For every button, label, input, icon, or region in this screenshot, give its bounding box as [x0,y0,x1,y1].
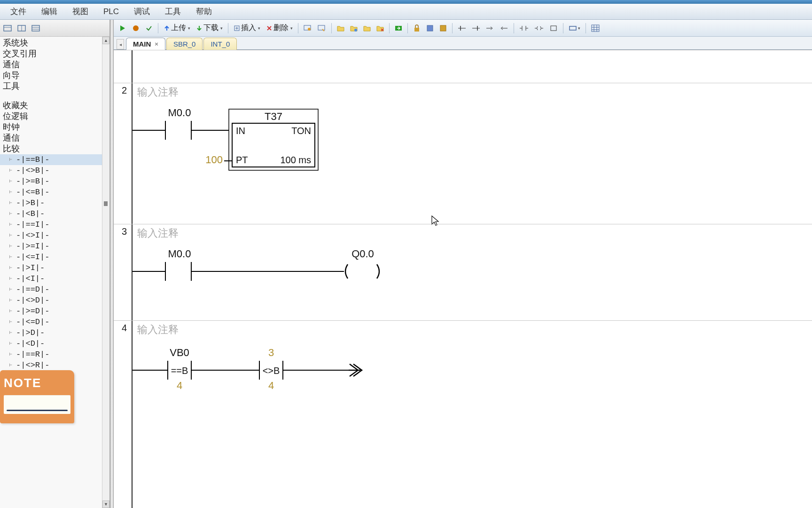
sidebar-tool-1[interactable] [3,24,13,33]
svg-rect-36 [551,26,556,31]
network-number: 3 [117,226,127,237]
coil-label: Q0.0 [351,248,374,260]
instr-node[interactable]: -|>I|- [0,262,109,273]
menubar: 文件 编辑 视图 PLC 调试 工具 帮助 [0,4,812,20]
ladder-tool-1[interactable] [455,22,468,34]
contact-label: M0.0 [168,107,191,119]
download-button[interactable]: 下载▾ [194,22,225,34]
instr-node[interactable]: -|==B|- [0,154,109,165]
vertical-splitter[interactable] [110,20,114,508]
menu-file[interactable]: 文件 [3,3,34,20]
tool-btn-a[interactable] [301,22,314,34]
instr-node[interactable]: -|<D|- [0,338,109,349]
menu-tools[interactable]: 工具 [157,3,188,20]
compile-button[interactable] [143,22,155,34]
sidebar: 系统块 交叉引用 通信 向导 工具 收藏夹 位逻辑 时钟 通信 比较 -|==B… [0,20,110,508]
menu-help[interactable]: 帮助 [188,3,219,20]
instr-node[interactable]: -|==R|- [0,349,109,360]
delete-button[interactable]: 删除▾ [264,22,295,34]
tab-main[interactable]: MAIN× [126,38,165,50]
tool-folder1[interactable] [335,22,347,34]
contact-tool[interactable] [517,22,531,34]
tree-scrollbar[interactable]: ▲ ▼ [102,37,109,508]
project-tree[interactable]: 系统块 交叉引用 通信 向导 工具 收藏夹 位逻辑 时钟 通信 比较 -|==B… [0,37,109,508]
instr-node[interactable]: -|<>B|- [0,165,109,176]
tool-grid[interactable] [589,22,602,34]
timer-res: 100 ms [280,155,311,165]
timer-in: IN [236,126,245,136]
tool-btn-b[interactable] [315,22,328,34]
instr-node[interactable]: -|==I|- [0,219,109,230]
tab-nav-left[interactable]: ◂ [117,39,124,49]
tree-node[interactable]: 时钟 [0,122,109,133]
tool-disk2[interactable] [437,22,449,34]
cmp1-var: VB0 [170,347,189,358]
ladder-tool-3[interactable] [484,22,497,34]
cmp2-op: <>B [263,365,280,376]
instr-node[interactable]: -|<=B|- [0,187,109,198]
cmp2-bottom: 4 [268,380,274,391]
tree-node[interactable]: 通信 [0,133,109,143]
network-comment[interactable]: 输入注释 [137,85,179,99]
tool-folder3[interactable] [361,22,373,34]
tool-disk[interactable] [424,22,436,34]
stop-button[interactable] [130,22,142,34]
tab-sbr0[interactable]: SBR_0 [166,38,203,50]
network-comment[interactable]: 输入注释 [137,226,179,240]
sidebar-toolbar [0,20,109,37]
instr-node[interactable]: -|<I|- [0,273,109,284]
tree-node[interactable]: 收藏夹 [0,100,109,111]
sidebar-tool-3[interactable] [31,24,41,33]
menu-debug[interactable]: 调试 [126,3,157,20]
menu-plc[interactable]: PLC [96,4,126,19]
svg-rect-37 [570,26,576,30]
instr-node[interactable]: -|>=D|- [0,306,109,317]
close-icon[interactable]: × [155,40,158,48]
instr-node[interactable]: -|<=I|- [0,252,109,262]
svg-marker-7 [120,25,125,31]
tree-node[interactable]: 位逻辑 [0,111,109,122]
instr-node[interactable]: -|>B|- [0,198,109,208]
box-tool[interactable] [547,22,560,34]
instr-node[interactable]: -|<>R|- [0,360,109,371]
run-button[interactable] [117,22,129,34]
coil-tool[interactable] [532,22,546,34]
sidebar-tool-2[interactable] [17,24,27,33]
ladder-tool-4[interactable] [498,22,511,34]
ladder-tool-2[interactable] [469,22,483,34]
tree-node[interactable]: 系统块 [0,38,109,48]
svg-rect-4 [32,25,39,31]
timer-pt-value: 100 [205,154,223,166]
timer-type: TON [291,126,311,136]
upload-button[interactable]: 上传▾ [161,22,193,34]
tool-folder2[interactable] [348,22,360,34]
menu-edit[interactable]: 编辑 [34,3,65,20]
instr-node[interactable]: -|<=D|- [0,317,109,327]
instr-node[interactable]: -|>D|- [0,327,109,338]
tree-node[interactable]: 通信 [0,59,109,70]
cmp2-top: 3 [268,347,274,358]
instr-node[interactable]: -|>=I|- [0,241,109,252]
network-comment[interactable]: 输入注释 [137,323,179,337]
instr-node[interactable]: -|<B|- [0,208,109,219]
svg-point-17 [354,29,357,32]
tab-int0[interactable]: INT_0 [203,38,237,50]
tool-folder-x[interactable] [374,22,386,34]
tool-go[interactable] [392,22,405,34]
instr-node[interactable]: -|<>I|- [0,230,109,241]
tool-rect[interactable]: ▾ [566,22,583,34]
tree-node[interactable]: 工具 [0,81,109,92]
editor-tabs: ◂ MAIN× SBR_0 INT_0 [114,37,812,50]
tool-lock[interactable] [411,22,423,34]
instr-node[interactable]: -|==D|- [0,284,109,295]
ladder-editor[interactable]: 2 输入注释 M0.0 T37 IN TON PT [114,50,812,508]
instr-node[interactable]: -|<>D|- [0,295,109,306]
insert-button[interactable]: 插入▾ [231,22,263,34]
svg-rect-22 [427,25,433,31]
svg-rect-38 [592,25,599,32]
menu-view[interactable]: 视图 [65,3,96,20]
tree-node[interactable]: 交叉引用 [0,48,109,59]
tree-node[interactable]: 比较 [0,143,109,154]
instr-node[interactable]: -|>=B|- [0,176,109,187]
tree-node[interactable]: 向导 [0,70,109,81]
